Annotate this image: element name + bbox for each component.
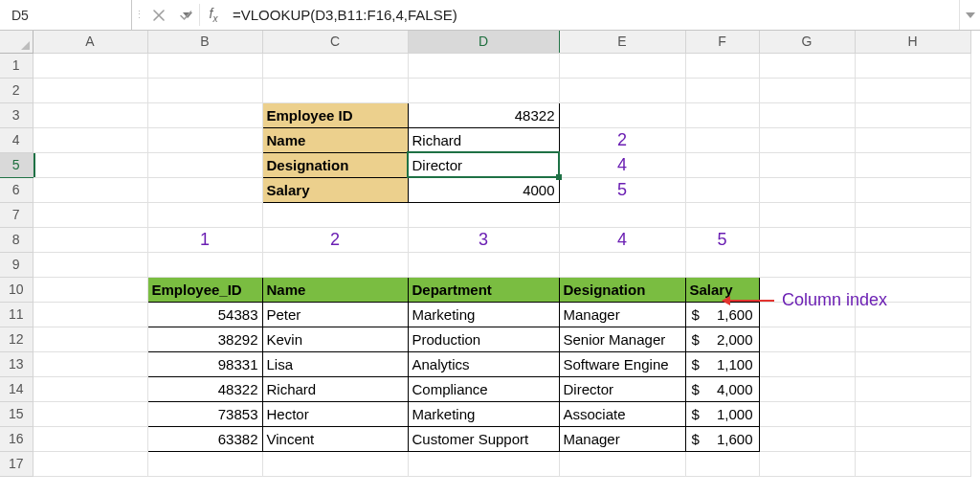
- cell-C6[interactable]: Salary: [262, 177, 408, 202]
- cell-A12[interactable]: [33, 327, 147, 351]
- cell-H7[interactable]: [855, 202, 970, 227]
- cell-H5[interactable]: [855, 152, 970, 177]
- cell-D10[interactable]: Department: [408, 277, 559, 302]
- cell-A3[interactable]: [33, 102, 147, 127]
- cell-D12[interactable]: Production: [408, 327, 559, 351]
- cell-E11[interactable]: Manager: [559, 302, 685, 327]
- cell-A4[interactable]: [33, 127, 147, 152]
- cell-C12[interactable]: Kevin: [262, 327, 408, 351]
- cell-G9[interactable]: [759, 252, 855, 277]
- cell-D4[interactable]: Richard: [408, 127, 559, 152]
- cell-C4[interactable]: Name: [262, 127, 408, 152]
- cell-G1[interactable]: [759, 53, 855, 78]
- cell-G12[interactable]: [759, 327, 855, 351]
- row-header-12[interactable]: 12: [0, 327, 33, 351]
- cell-C7[interactable]: [262, 202, 408, 227]
- cell-F8[interactable]: 5: [685, 227, 759, 252]
- select-all-corner[interactable]: [0, 31, 33, 53]
- col-header-F[interactable]: F: [685, 31, 759, 53]
- cell-H17[interactable]: [855, 451, 970, 476]
- cell-D6[interactable]: 4000: [408, 177, 559, 202]
- cell-G13[interactable]: [759, 351, 855, 376]
- cell-G17[interactable]: [759, 451, 855, 476]
- cell-B12[interactable]: 38292: [147, 327, 262, 351]
- cell-B4[interactable]: [147, 127, 262, 152]
- cell-F16[interactable]: $1,600: [685, 426, 759, 451]
- cell-B17[interactable]: [147, 451, 262, 476]
- cell-C5[interactable]: Designation: [262, 152, 408, 177]
- cell-D11[interactable]: Marketing: [408, 302, 559, 327]
- cell-C1[interactable]: [262, 53, 408, 78]
- cell-F4[interactable]: [685, 127, 759, 152]
- cell-F6[interactable]: [685, 177, 759, 202]
- cell-F3[interactable]: [685, 102, 759, 127]
- cell-H14[interactable]: [855, 376, 970, 401]
- cell-B3[interactable]: [147, 102, 262, 127]
- cell-B2[interactable]: [147, 78, 262, 102]
- cell-C17[interactable]: [262, 451, 408, 476]
- cell-C9[interactable]: [262, 252, 408, 277]
- cell-A16[interactable]: [33, 426, 147, 451]
- cell-F15[interactable]: $1,000: [685, 401, 759, 426]
- row-header-11[interactable]: 11: [0, 302, 33, 327]
- cell-D17[interactable]: [408, 451, 559, 476]
- cell-E6[interactable]: 5: [559, 177, 685, 202]
- cell-A1[interactable]: [33, 53, 147, 78]
- cell-E14[interactable]: Director: [559, 376, 685, 401]
- row-header-4[interactable]: 4: [0, 127, 33, 152]
- cell-G16[interactable]: [759, 426, 855, 451]
- cell-H4[interactable]: [855, 127, 970, 152]
- formula-bar-grip[interactable]: ⋮: [132, 0, 145, 30]
- cell-D8[interactable]: 3: [408, 227, 559, 252]
- cell-B16[interactable]: 63382: [147, 426, 262, 451]
- cell-A5[interactable]: [33, 152, 147, 177]
- cell-C3[interactable]: Employee ID: [262, 102, 408, 127]
- cell-D2[interactable]: [408, 78, 559, 102]
- cell-H2[interactable]: [855, 78, 970, 102]
- cell-G11[interactable]: [759, 302, 855, 327]
- cell-A6[interactable]: [33, 177, 147, 202]
- row-header-14[interactable]: 14: [0, 376, 33, 401]
- cell-H13[interactable]: [855, 351, 970, 376]
- cell-E10[interactable]: Designation: [559, 277, 685, 302]
- cell-C11[interactable]: Peter: [262, 302, 408, 327]
- col-header-C[interactable]: C: [262, 31, 408, 53]
- cell-F10[interactable]: Salary: [685, 277, 759, 302]
- cell-C15[interactable]: Hector: [262, 401, 408, 426]
- cell-B8[interactable]: 1: [147, 227, 262, 252]
- cell-B1[interactable]: [147, 53, 262, 78]
- cell-E16[interactable]: Manager: [559, 426, 685, 451]
- cell-B13[interactable]: 98331: [147, 351, 262, 376]
- cell-F5[interactable]: [685, 152, 759, 177]
- cell-G15[interactable]: [759, 401, 855, 426]
- cell-D3[interactable]: 48322: [408, 102, 559, 127]
- cell-H6[interactable]: [855, 177, 970, 202]
- cell-C14[interactable]: Richard: [262, 376, 408, 401]
- row-header-5[interactable]: 5: [0, 152, 33, 177]
- cell-A8[interactable]: [33, 227, 147, 252]
- cell-E8[interactable]: 4: [559, 227, 685, 252]
- cell-F17[interactable]: [685, 451, 759, 476]
- row-header-1[interactable]: 1: [0, 53, 33, 78]
- row-header-15[interactable]: 15: [0, 401, 33, 426]
- row-header-9[interactable]: 9: [0, 252, 33, 277]
- cell-D5[interactable]: Director: [408, 152, 559, 177]
- cell-E2[interactable]: [559, 78, 685, 102]
- cell-A13[interactable]: [33, 351, 147, 376]
- cell-B14[interactable]: 48322: [147, 376, 262, 401]
- cell-E4[interactable]: 2: [559, 127, 685, 152]
- row-header-2[interactable]: 2: [0, 78, 33, 102]
- cell-A2[interactable]: [33, 78, 147, 102]
- cell-G14[interactable]: [759, 376, 855, 401]
- cell-G3[interactable]: [759, 102, 855, 127]
- row-header-7[interactable]: 7: [0, 202, 33, 227]
- cell-E5[interactable]: 4: [559, 152, 685, 177]
- cell-H1[interactable]: [855, 53, 970, 78]
- cell-E13[interactable]: Software Engine: [559, 351, 685, 376]
- col-header-E[interactable]: E: [559, 31, 685, 53]
- cell-E9[interactable]: [559, 252, 685, 277]
- row-header-16[interactable]: 16: [0, 426, 33, 451]
- col-header-G[interactable]: G: [759, 31, 855, 53]
- cell-E17[interactable]: [559, 451, 685, 476]
- cell-A17[interactable]: [33, 451, 147, 476]
